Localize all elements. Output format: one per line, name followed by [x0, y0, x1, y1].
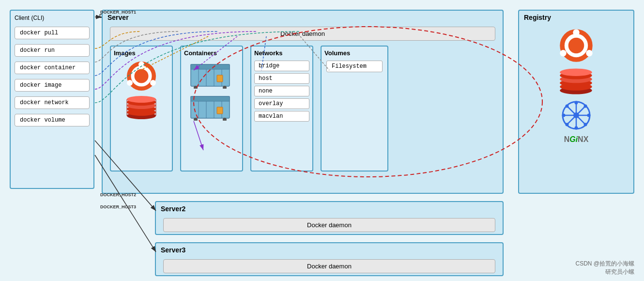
images-title: Images — [114, 49, 169, 57]
server3-title: Server3 — [156, 243, 503, 257]
networks-box: Networks bridge host none overlay macvla… — [250, 46, 313, 172]
svg-point-52 — [565, 105, 568, 108]
images-box: Images — [110, 46, 173, 172]
filesystem-item: Filesystem — [326, 61, 383, 72]
volumes-box: Volumes Filesystem — [321, 46, 388, 172]
ubuntu-image-icon — [126, 61, 157, 92]
watermark-line2: 研究员小螺 — [575, 268, 634, 276]
server2-title: Server2 — [156, 202, 503, 216]
containers-box: Containers — [180, 46, 243, 172]
svg-point-2 — [138, 62, 144, 67]
server2-daemon-bar: Docker daemon — [163, 218, 495, 232]
docker-host3-svg-label: DOCKER_HOST3 — [100, 204, 136, 209]
network-macvlan: macvlan — [254, 111, 309, 122]
svg-point-33 — [573, 29, 580, 36]
server-title: Server — [103, 11, 503, 24]
nginx-label: NGiNX — [519, 135, 633, 144]
svg-point-47 — [573, 112, 579, 118]
redis-image-icon — [126, 95, 157, 120]
network-overlay: overlay — [254, 98, 309, 109]
svg-point-48 — [574, 101, 578, 105]
container-icon-1 — [190, 61, 233, 89]
main-canvas: Client (CLI) docker pull docker run dock… — [0, 0, 644, 281]
cmd-docker-volume[interactable]: docker volume — [15, 114, 90, 126]
cmd-docker-run[interactable]: docker run — [15, 44, 90, 57]
svg-rect-28 — [217, 107, 223, 114]
network-none: none — [254, 86, 309, 96]
svg-point-10 — [127, 96, 156, 103]
svg-point-50 — [562, 114, 565, 117]
svg-rect-19 — [217, 75, 223, 82]
svg-point-49 — [574, 126, 578, 130]
cmd-docker-network[interactable]: docker network — [15, 96, 90, 109]
svg-point-35 — [586, 50, 593, 57]
networks-title: Networks — [254, 49, 309, 57]
svg-point-3 — [127, 80, 133, 86]
client-box: Client (CLI) docker pull docker run dock… — [10, 10, 94, 189]
server3-box: Server3 Docker daemon — [155, 242, 504, 276]
svg-point-54 — [583, 105, 587, 108]
watermark: CSDN @拾荒的小海螺 研究员小螺 — [575, 260, 634, 276]
client-title: Client (CLI) — [11, 11, 93, 24]
svg-rect-14 — [191, 64, 230, 69]
registry-ubuntu-icon — [559, 28, 594, 63]
svg-point-34 — [560, 50, 567, 57]
svg-point-51 — [587, 114, 590, 117]
svg-point-4 — [150, 80, 156, 86]
cmd-docker-image[interactable]: docker image — [15, 79, 90, 92]
container-icon-2 — [190, 93, 233, 121]
server2-box: Server2 Docker daemon — [155, 201, 504, 235]
network-host: host — [254, 73, 309, 84]
nginx-gi: Gi — [569, 135, 578, 143]
registry-redis-icon — [559, 67, 594, 96]
nginx-n: N — [564, 135, 570, 143]
registry-title: Registry — [519, 11, 633, 24]
containers-title: Containers — [184, 49, 239, 57]
docker-daemon-bar: Docker daemon — [110, 27, 495, 41]
inner-sections: Images — [110, 46, 495, 172]
client-subtitle: (CLI) — [31, 15, 45, 21]
server-box: Server Docker daemon Images — [102, 10, 504, 194]
nginx-nx: NX — [578, 135, 588, 143]
cmd-docker-pull[interactable]: docker pull — [15, 27, 90, 39]
svg-point-53 — [583, 123, 587, 126]
server3-daemon-bar: Docker daemon — [163, 259, 495, 273]
svg-point-41 — [560, 68, 592, 76]
network-bridge: bridge — [254, 61, 309, 71]
volumes-title: Volumes — [324, 49, 384, 57]
svg-rect-23 — [191, 96, 230, 101]
watermark-line1: CSDN @拾荒的小海螺 — [575, 260, 634, 268]
registry-k8s-icon — [561, 100, 592, 131]
cmd-docker-container[interactable]: docker container — [15, 62, 90, 74]
client-title-text: Client — [15, 15, 30, 21]
registry-box: Registry — [518, 10, 634, 194]
svg-point-55 — [565, 123, 568, 126]
